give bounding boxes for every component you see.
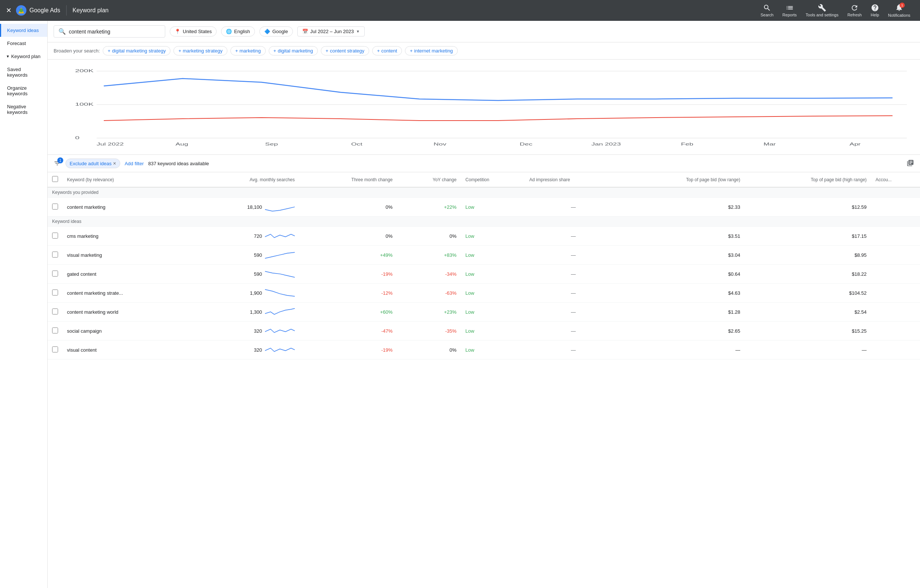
plus-icon: + [274,48,277,53]
svg-point-2 [19,8,23,12]
date-range-chip[interactable]: 📅 Jul 2022 – Jun 2023 ▼ [297,26,365,36]
th-three-month[interactable]: Three month change [299,172,397,187]
filter-tag-label: Exclude adult ideas [70,161,112,166]
row-checkbox[interactable] [52,204,58,209]
sidebar-item-negative-keywords[interactable]: Negative keywords [0,100,47,119]
row-checkbox[interactable] [52,290,58,295]
row-top-bid-high: $12.59 [745,198,871,217]
th-ad-impression[interactable]: Ad impression share [525,172,622,187]
broaden-chip-4[interactable]: + content strategy [321,46,369,55]
row-checkbox[interactable] [52,308,58,314]
row-three-month: -19% [299,265,397,283]
th-top-bid-high[interactable]: Top of page bid (high range) [745,172,871,187]
row-yoy: +83% [397,246,461,265]
svg-text:Feb: Feb [681,142,693,146]
table-row: content marketing strate... 1,900 -12% -… [48,283,920,303]
search-nav-label: Search [760,13,773,17]
row-competition: Low [461,265,525,283]
row-three-month: -19% [299,340,397,360]
th-avg-monthly[interactable]: Avg. monthly searches [189,172,299,187]
section-header-label: Keyword ideas [48,217,920,227]
row-top-bid-high: $17.15 [745,227,871,246]
row-select-cell [48,227,63,246]
row-three-month: -47% [299,322,397,340]
sidebar-item-organize-keywords[interactable]: Organize keywords [0,81,47,100]
row-checkbox[interactable] [52,347,58,352]
broaden-chip-1[interactable]: + marketing strategy [173,46,227,55]
row-competition: Low [461,227,525,246]
th-account[interactable]: Accou... [871,172,920,187]
broaden-chip-label: marketing [240,48,261,53]
remove-filter-button[interactable]: × [113,160,116,166]
row-keyword: visual marketing [63,246,189,265]
broaden-chip-label: content [381,48,397,53]
close-button[interactable]: ✕ [6,6,11,15]
columns-button[interactable] [907,159,914,168]
add-filter-button[interactable]: Add filter [125,161,144,166]
language-filter-chip[interactable]: 🌐 English [221,26,255,36]
nav-divider [66,5,66,16]
tools-nav-button[interactable]: Tools and settings [802,2,842,19]
row-avg-monthly: 1,900 [189,283,299,303]
row-checkbox[interactable] [52,251,58,258]
topnav: ✕ Google Ads Keyword plan Search Reports… [0,0,920,21]
broaden-chip-label: digital marketing strategy [112,48,166,53]
th-keyword[interactable]: Keyword (by relevance) [63,172,189,187]
search-input-wrap[interactable]: 🔍 [53,25,165,37]
row-ad-impression: — [525,340,622,360]
row-yoy: -63% [397,283,461,303]
row-top-bid-low: $3.51 [622,227,744,246]
svg-text:Jan 2023: Jan 2023 [591,142,621,146]
search-input[interactable] [69,29,151,35]
row-select-cell [48,303,63,322]
broaden-chip-2[interactable]: + marketing [230,46,266,55]
row-avg-monthly: 720 [189,227,299,246]
row-checkbox[interactable] [52,271,58,277]
broaden-chip-5[interactable]: + content [372,46,402,55]
search-nav-button[interactable]: Search [756,2,777,19]
reports-nav-button[interactable]: Reports [779,2,800,19]
row-keyword: social campaign [63,322,189,340]
row-competition: Low [461,322,525,340]
th-yoy[interactable]: YoY change [397,172,461,187]
th-top-bid-low[interactable]: Top of page bid (low range) [622,172,744,187]
sidebar-item-saved-keywords[interactable]: Saved keywords [0,63,47,81]
row-account [871,246,920,265]
row-select-cell [48,340,63,360]
location-filter-chip[interactable]: 📍 United States [170,26,217,36]
search-engine-chip[interactable]: 🔷 Google [259,26,293,36]
row-checkbox[interactable] [52,233,58,238]
broaden-chip-0[interactable]: + digital marketing strategy [103,46,170,55]
sidebar-item-keyword-ideas[interactable]: Keyword ideas [0,24,47,37]
row-account [871,283,920,303]
brand-name: Google Ads [29,7,60,14]
broaden-chip-3[interactable]: + digital marketing [269,46,318,55]
th-competition[interactable]: Competition [461,172,525,187]
svg-text:Aug: Aug [176,142,188,146]
row-select-cell [48,198,63,217]
row-top-bid-high: $15.25 [745,322,871,340]
sidebar-section-keyword-plan[interactable]: ▼ Keyword plan [0,50,47,63]
row-three-month: -12% [299,283,397,303]
sidebar-item-forecast[interactable]: Forecast [0,37,47,50]
select-all-checkbox[interactable] [52,176,58,182]
broaden-chip-6[interactable]: + internet marketing [405,46,458,55]
row-yoy: 0% [397,340,461,360]
row-top-bid-low: $3.04 [622,246,744,265]
reports-nav-label: Reports [782,13,797,17]
row-competition: Low [461,246,525,265]
row-top-bid-low: $4.63 [622,283,744,303]
filter-button[interactable]: 1 [53,160,61,167]
refresh-nav-button[interactable]: Refresh [844,2,866,19]
notifications-nav-button[interactable]: 1 Notifications [884,1,914,20]
google-logo-icon [16,5,26,16]
search-input-icon: 🔍 [58,28,66,35]
help-nav-button[interactable]: Help [867,2,883,19]
broaden-label: Broaden your search: [53,48,100,53]
row-yoy: +22% [397,198,461,217]
location-label: United States [183,29,212,34]
row-top-bid-low: $2.65 [622,322,744,340]
table-row: gated content 590 -19% -34% Low — $0.64 … [48,265,920,283]
row-checkbox[interactable] [52,327,58,334]
row-three-month: +49% [299,246,397,265]
